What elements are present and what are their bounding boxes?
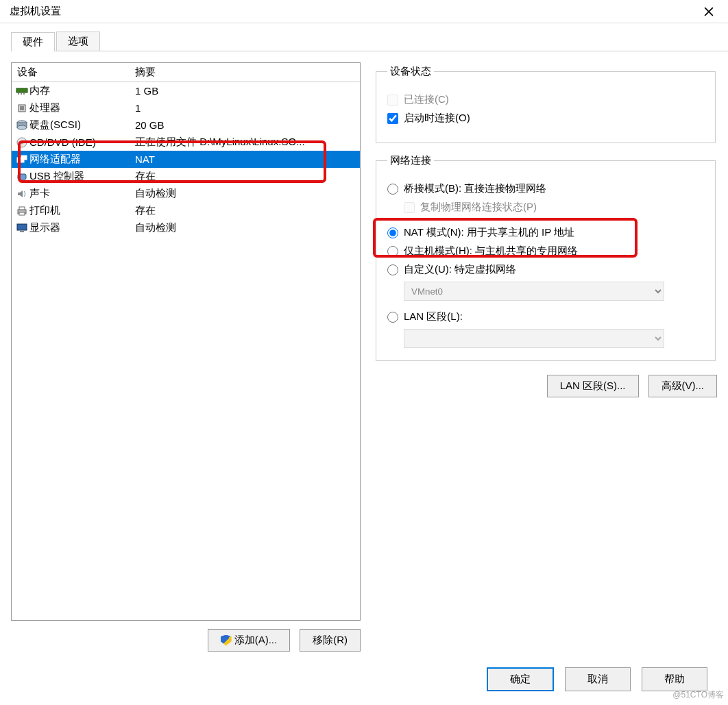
row-cd[interactable]: CD/DVD (IDE) 正在使用文件 D:\MyLinux\Linux.SO.…: [12, 134, 360, 151]
cancel-button[interactable]: 取消: [565, 667, 631, 691]
device-table: 设备 摘要 内存 1 GB 处理器 1 硬盘(SCSI) 20 GB CD/DV…: [11, 62, 361, 621]
tab-hardware[interactable]: 硬件: [11, 32, 55, 51]
svg-rect-15: [19, 207, 25, 210]
replicate-label: 复制物理网络连接状态(P): [420, 201, 537, 214]
svg-point-10: [21, 141, 23, 144]
device-state-group: 设备状态 已连接(C) 启动时连接(O): [376, 65, 716, 143]
hostonly-label: 仅主机模式(H): 与主机共享的专用网络: [404, 245, 578, 258]
svg-rect-17: [17, 224, 27, 230]
bridge-radio[interactable]: [387, 184, 398, 195]
svg-rect-0: [16, 88, 27, 92]
network-icon: [14, 153, 29, 166]
window-title: 虚拟机设置: [5, 5, 695, 18]
row-usb[interactable]: USB 控制器 存在: [12, 168, 360, 185]
replicate-checkbox: [404, 202, 415, 213]
watermark: @51CTO博客: [672, 689, 724, 701]
lan-label: LAN 区段(L):: [404, 310, 463, 323]
disk-icon: [14, 119, 29, 132]
ok-button[interactable]: 确定: [487, 667, 554, 691]
svg-rect-5: [20, 106, 24, 110]
printer-icon: [14, 205, 29, 217]
svg-rect-2: [21, 92, 22, 95]
svg-rect-12: [21, 156, 27, 160]
custom-radio[interactable]: [387, 264, 398, 275]
nat-radio[interactable]: [387, 227, 398, 238]
lan-segment-select: [404, 329, 664, 348]
svg-rect-16: [19, 212, 25, 215]
col-device: 设备: [12, 66, 135, 79]
connected-label: 已连接(C): [404, 93, 449, 106]
add-button[interactable]: 添加(A)...: [208, 629, 291, 652]
shield-icon: [221, 635, 232, 646]
row-sound[interactable]: 声卡 自动检测: [12, 185, 360, 202]
svg-rect-13: [18, 174, 26, 180]
custom-label: 自定义(U): 特定虚拟网络: [404, 263, 516, 276]
lan-radio[interactable]: [387, 312, 398, 323]
connected-checkbox: [387, 95, 398, 106]
connect-on-start-checkbox[interactable]: [387, 113, 398, 124]
cpu-icon: [14, 102, 29, 114]
row-cpu[interactable]: 处理器 1: [12, 99, 360, 116]
network-legend: 网络连接: [387, 154, 434, 167]
cd-icon: [14, 136, 29, 149]
network-connection-group: 网络连接 桥接模式(B): 直接连接物理网络 复制物理网络连接状态(P) NAT…: [376, 154, 716, 361]
hostonly-radio[interactable]: [387, 246, 398, 257]
close-icon[interactable]: [695, 1, 723, 22]
advanced-button[interactable]: 高级(V)...: [648, 375, 718, 397]
row-disk[interactable]: 硬盘(SCSI) 20 GB: [12, 116, 360, 134]
usb-icon: [14, 171, 29, 183]
memory-icon: [14, 85, 29, 97]
sound-icon: [14, 188, 29, 200]
row-network[interactable]: 网络适配器 NAT: [12, 151, 360, 168]
tab-options[interactable]: 选项: [56, 32, 100, 51]
help-button[interactable]: 帮助: [642, 667, 707, 691]
custom-network-select: VMnet0: [404, 282, 664, 301]
col-summary: 摘要: [135, 66, 360, 79]
row-memory[interactable]: 内存 1 GB: [12, 82, 360, 99]
svg-rect-18: [20, 231, 24, 232]
connect-on-start-label: 启动时连接(O): [404, 112, 470, 125]
row-display[interactable]: 显示器 自动检测: [12, 219, 360, 236]
row-printer[interactable]: 打印机 存在: [12, 202, 360, 219]
svg-point-8: [17, 125, 27, 129]
lan-segments-button[interactable]: LAN 区段(S)...: [547, 375, 639, 397]
remove-button[interactable]: 移除(R): [300, 629, 361, 652]
display-icon: [14, 222, 29, 234]
svg-rect-3: [23, 92, 25, 95]
bridge-label: 桥接模式(B): 直接连接物理网络: [404, 182, 546, 195]
nat-label: NAT 模式(N): 用于共享主机的 IP 地址: [404, 226, 574, 239]
svg-rect-1: [18, 92, 19, 95]
device-state-legend: 设备状态: [387, 65, 434, 78]
